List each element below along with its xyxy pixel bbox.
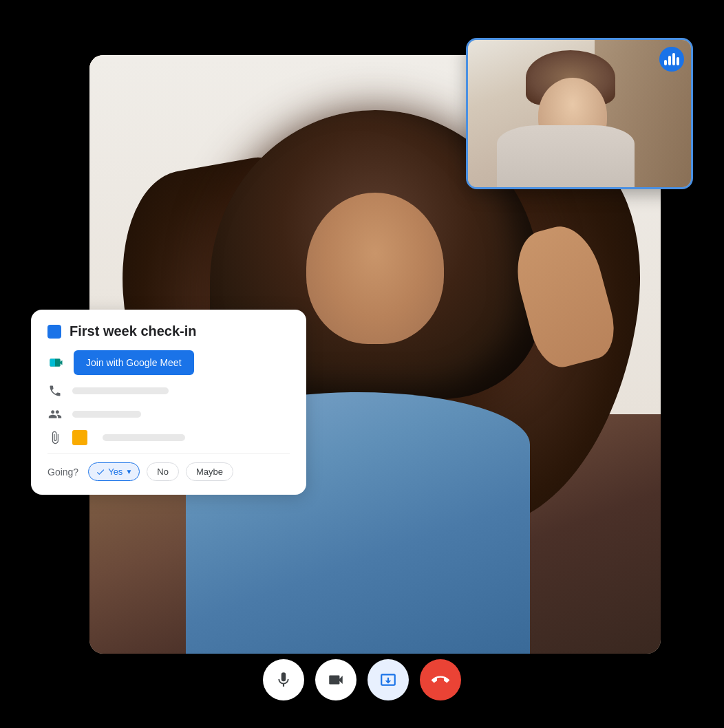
control-bar [263,659,461,700]
microphone-button[interactable] [263,659,304,700]
share-screen-icon [379,671,397,689]
speaker-bar-2 [668,56,671,65]
rsvp-yes-label: Yes [108,467,123,477]
meet-join-row: Join with Google Meet [47,350,290,375]
pip-person-body [497,125,635,187]
rsvp-question: Going? [47,467,78,478]
speaker-bar-1 [664,60,667,65]
speaker-bar-4 [677,57,679,65]
end-call-button[interactable] [420,659,461,700]
scene-container: First week check-in Join with Google Mee… [0,0,724,728]
google-meet-icon [47,354,64,371]
rsvp-row: Going? Yes ▼ No Maybe [47,462,290,481]
event-title-row: First week check-in [47,323,290,339]
camera-icon [327,671,345,689]
google-slides-icon [72,430,87,445]
phone-icon [47,383,63,398]
camera-button[interactable] [315,659,356,700]
active-speaker-indicator [659,47,684,72]
rsvp-yes-check-icon [96,467,105,477]
event-color-indicator [47,325,61,339]
speaker-bar-3 [672,53,675,65]
guests-icon [47,407,63,422]
share-screen-button[interactable] [368,659,409,700]
attachment-row [47,430,290,445]
event-title: First week check-in [70,323,197,339]
face [306,193,444,344]
pip-video [466,38,693,189]
join-meet-button[interactable]: Join with Google Meet [74,350,194,375]
guests-placeholder [72,411,141,418]
phone-row [47,383,290,398]
event-divider [47,453,290,454]
rsvp-no-button[interactable]: No [147,462,179,481]
phone-placeholder [72,387,169,394]
rsvp-yes-button[interactable]: Yes ▼ [88,462,140,481]
event-card: First week check-in Join with Google Mee… [31,310,306,495]
rsvp-maybe-button[interactable]: Maybe [186,462,233,481]
microphone-icon [275,671,292,689]
speaker-bars [664,53,679,65]
rsvp-yes-chevron: ▼ [125,468,132,475]
attachment-placeholder [103,434,185,441]
guests-row [47,407,290,422]
end-call-icon [432,671,449,689]
attachment-icon [47,430,63,445]
